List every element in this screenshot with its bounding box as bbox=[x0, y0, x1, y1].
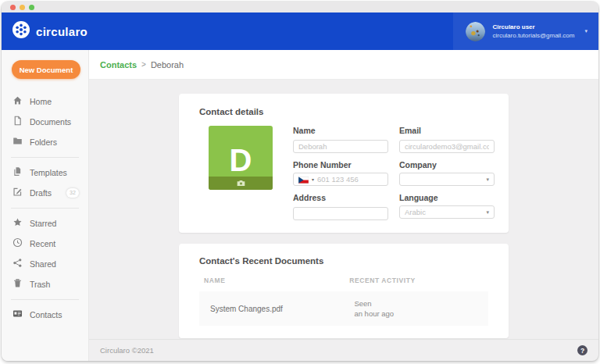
breadcrumb-separator: > bbox=[141, 60, 146, 69]
chevron-down-icon: ▾ bbox=[584, 28, 588, 34]
sidebar-item-label: Starred bbox=[30, 219, 56, 228]
sidebar: New Document Home Documents Folders bbox=[2, 50, 89, 361]
new-document-button[interactable]: New Document bbox=[12, 60, 80, 79]
star-icon bbox=[12, 216, 23, 230]
sidebar-item-drafts[interactable]: Drafts 32 bbox=[2, 183, 88, 203]
phone-value: 601 123 456 bbox=[317, 175, 383, 184]
name-label: Name bbox=[293, 126, 388, 135]
user-menu[interactable]: Circularo user circularo.tutorials@gmail… bbox=[453, 12, 598, 50]
table-header: NAME RECENT ACTIVITY bbox=[199, 277, 488, 284]
chevron-down-icon: ▾ bbox=[486, 209, 489, 216]
window-titlebar bbox=[2, 2, 598, 12]
user-email: circularo.tutorials@gmail.com bbox=[492, 32, 574, 39]
activity-status: Seen bbox=[354, 299, 371, 308]
czech-flag-icon[interactable] bbox=[298, 173, 309, 187]
folder-icon bbox=[12, 135, 23, 149]
chevron-down-icon: ▾ bbox=[486, 177, 489, 183]
user-name: Circularo user bbox=[492, 23, 574, 30]
address-label: Address bbox=[293, 193, 388, 202]
field-phone: Phone Number bbox=[293, 160, 388, 186]
field-language: Language Arabic ▾ bbox=[399, 193, 495, 220]
circularo-logo-icon bbox=[12, 20, 30, 42]
company-label: Company bbox=[399, 160, 495, 170]
contact-details-card: Contact details D bbox=[179, 94, 509, 233]
sidebar-divider bbox=[11, 208, 79, 209]
phone-input[interactable]: ▾ 601 123 456 bbox=[293, 173, 388, 186]
clock-icon bbox=[12, 237, 23, 251]
user-info: Circularo user circularo.tutorials@gmail… bbox=[492, 23, 574, 39]
sidebar-item-contacts[interactable]: Contacts bbox=[2, 305, 88, 325]
sidebar-divider bbox=[11, 157, 79, 158]
field-email: Email bbox=[399, 126, 495, 153]
window-maximize-button[interactable] bbox=[29, 5, 34, 10]
sidebar-nav: Home Documents Folders Templates bbox=[2, 91, 88, 325]
sidebar-item-label: Folders bbox=[30, 137, 57, 147]
sidebar-item-label: Shared bbox=[30, 259, 56, 269]
drafts-icon bbox=[12, 186, 23, 200]
column-header-activity: RECENT ACTIVITY bbox=[349, 277, 484, 284]
avatar-upload-button[interactable] bbox=[209, 177, 273, 190]
language-value: Arabic bbox=[405, 208, 483, 216]
contacts-icon bbox=[12, 308, 23, 322]
sidebar-item-label: Home bbox=[30, 97, 52, 106]
breadcrumb-current-page: Deborah bbox=[151, 60, 184, 70]
window-minimize-button[interactable] bbox=[20, 5, 25, 10]
user-avatar bbox=[466, 22, 485, 41]
address-input[interactable] bbox=[293, 207, 388, 220]
email-field[interactable] bbox=[399, 140, 495, 153]
country-code-caret-icon: ▾ bbox=[312, 177, 314, 182]
sidebar-item-starred[interactable]: Starred bbox=[2, 213, 88, 234]
sidebar-item-label: Templates bbox=[30, 168, 67, 177]
sidebar-item-shared[interactable]: Shared bbox=[2, 254, 88, 274]
name-input[interactable] bbox=[293, 140, 388, 153]
sidebar-divider bbox=[11, 299, 79, 300]
sidebar-item-recent[interactable]: Recent bbox=[2, 234, 88, 254]
document-name[interactable]: System Changes.pdf bbox=[199, 305, 349, 313]
contact-avatar-letter: D bbox=[209, 145, 273, 176]
field-address: Address bbox=[293, 193, 388, 220]
drafts-count-badge: 32 bbox=[66, 188, 79, 198]
document-icon bbox=[12, 115, 23, 129]
sidebar-item-label: Documents bbox=[30, 117, 71, 127]
field-name: Name bbox=[293, 126, 388, 153]
main-area: Contacts > Deborah Contact details D bbox=[89, 50, 598, 361]
contact-details-title: Contact details bbox=[199, 107, 488, 116]
language-select[interactable]: Arabic ▾ bbox=[399, 205, 495, 219]
app-logo-text: circularo bbox=[36, 25, 88, 38]
sidebar-item-home[interactable]: Home bbox=[2, 91, 88, 112]
field-company: Company ▾ bbox=[399, 160, 495, 186]
contact-avatar[interactable]: D bbox=[209, 126, 273, 190]
app-header: circularo bbox=[2, 12, 598, 50]
camera-icon bbox=[237, 180, 245, 187]
sidebar-item-label: Contacts bbox=[30, 310, 62, 319]
company-select[interactable]: ▾ bbox=[399, 173, 495, 186]
sidebar-item-trash[interactable]: Trash bbox=[2, 274, 88, 294]
content-area: Contact details D bbox=[89, 80, 598, 339]
column-header-name: NAME bbox=[204, 277, 349, 284]
help-button[interactable]: ? bbox=[577, 345, 588, 355]
phone-label: Phone Number bbox=[293, 160, 388, 170]
sidebar-item-templates[interactable]: Templates bbox=[2, 162, 88, 183]
app-logo[interactable]: circularo bbox=[12, 20, 88, 42]
language-label: Language bbox=[399, 193, 495, 202]
footer: Circularo ©2021 ? bbox=[89, 339, 598, 361]
trash-icon bbox=[12, 277, 23, 291]
sidebar-item-label: Drafts bbox=[30, 188, 52, 198]
document-activity: Seen an hour ago bbox=[349, 298, 488, 319]
app-window: circularo bbox=[2, 2, 598, 361]
sidebar-item-folders[interactable]: Folders bbox=[2, 132, 88, 152]
table-row[interactable]: System Changes.pdf Seen an hour ago bbox=[199, 291, 488, 326]
copyright-text: Circularo ©2021 bbox=[100, 346, 154, 355]
sidebar-item-label: Trash bbox=[30, 280, 50, 289]
recent-documents-title: Contact's Recent Documents bbox=[199, 256, 488, 266]
contact-fields: Name Email Phone Number bbox=[293, 126, 495, 220]
sidebar-item-label: Recent bbox=[30, 239, 55, 248]
activity-time: an hour ago bbox=[354, 309, 394, 318]
window-close-button[interactable] bbox=[10, 5, 16, 10]
sidebar-item-documents[interactable]: Documents bbox=[2, 112, 88, 132]
share-icon bbox=[12, 257, 23, 271]
home-icon bbox=[12, 95, 23, 109]
breadcrumb: Contacts > Deborah bbox=[89, 50, 598, 80]
breadcrumb-contacts-link[interactable]: Contacts bbox=[100, 60, 137, 70]
templates-icon bbox=[12, 166, 23, 180]
